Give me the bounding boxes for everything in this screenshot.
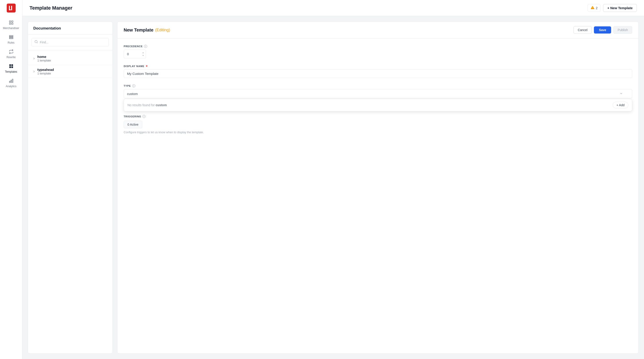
svg-rect-1: [9, 21, 10, 22]
triggering-info-icon[interactable]: i: [142, 115, 146, 118]
main-area: Template Manager 2 + New Template: [22, 0, 644, 359]
sidebar-item-label: Rules: [8, 41, 14, 44]
number-spinners: ▲ ▼: [141, 51, 145, 57]
svg-rect-11: [11, 66, 13, 68]
cancel-button[interactable]: Cancel: [574, 26, 592, 34]
svg-rect-4: [12, 23, 13, 24]
right-panel: New Template (Editing) Cancel Save Publi…: [117, 22, 639, 354]
left-panel-title: Documentation: [33, 26, 61, 30]
warning-icon: [590, 6, 594, 10]
search-icon: [34, 40, 38, 44]
publish-button[interactable]: Publish: [613, 26, 632, 34]
precedence-info-icon[interactable]: i: [144, 45, 147, 48]
search-box[interactable]: [32, 38, 109, 46]
tree-arrow-icon: [32, 70, 36, 73]
precedence-label: PRECEDENCE i: [124, 45, 632, 48]
app-logo[interactable]: [7, 4, 16, 12]
left-panel: Documentation: [28, 22, 113, 354]
sidebar-item-analytics[interactable]: Analytics: [0, 76, 22, 90]
triggering-field-group: Triggering i 0 Active Configure triggers…: [124, 115, 632, 134]
panel-header-actions: Cancel Save Publish: [574, 26, 632, 34]
type-select-wrapper: custom No results found for: [124, 89, 632, 98]
active-count-badge[interactable]: 0 Active: [124, 121, 142, 128]
spinner-down-button[interactable]: ▼: [141, 54, 145, 57]
template-title-text: New Template: [124, 28, 154, 33]
tree-item-typeahead: typeahead 1 template: [28, 65, 112, 78]
svg-rect-14: [12, 79, 13, 83]
display-name-input[interactable]: [124, 69, 632, 78]
trigger-description: Configure triggers to let us know when t…: [124, 130, 632, 134]
spinner-up-button[interactable]: ▲: [141, 51, 145, 54]
warning-badge[interactable]: 2: [588, 4, 600, 12]
search-term: custom: [156, 103, 167, 107]
type-label: TYPE i: [124, 84, 632, 88]
display-name-label: DISPLAY NAME ★: [124, 64, 632, 68]
sidebar-item-rewrite[interactable]: Rewrite: [0, 47, 22, 61]
sidebar: Merchandiser Rules Rewrit: [0, 0, 22, 359]
type-dropdown-panel: No results found for custom + Add: [124, 99, 632, 111]
tree-items: home 1 template: [28, 50, 112, 80]
chart-icon: [9, 78, 14, 84]
header-actions: 2 + New Template: [588, 4, 637, 12]
type-select[interactable]: custom: [124, 89, 632, 98]
tree-item-name: typeahead: [37, 68, 54, 72]
grid-icon: [9, 20, 14, 26]
right-panel-header: New Template (Editing) Cancel Save Publi…: [118, 22, 638, 38]
type-field-group: TYPE i custom: [124, 84, 632, 109]
page-title: Template Manager: [30, 5, 72, 11]
right-panel-title: New Template (Editing): [124, 28, 170, 33]
display-name-field-group: DISPLAY NAME ★: [124, 64, 632, 78]
type-info-icon[interactable]: i: [132, 84, 135, 88]
tree-item-count: 1 template: [37, 72, 54, 75]
svg-line-18: [37, 42, 38, 43]
no-results-text: No results found for custom: [128, 103, 167, 107]
sidebar-item-label: Merchandiser: [3, 26, 19, 30]
svg-rect-13: [11, 80, 12, 82]
precedence-field-group: PRECEDENCE i ▲ ▼: [124, 45, 632, 58]
save-button[interactable]: Save: [594, 26, 611, 34]
search-input[interactable]: [40, 40, 106, 44]
tree-item-count: 1 template: [37, 59, 51, 62]
editing-badge: (Editing): [155, 28, 170, 32]
precedence-input-wrapper: ▲ ▼: [124, 50, 146, 58]
sidebar-item-merchandiser[interactable]: Merchandiser: [0, 18, 22, 32]
list-icon: [9, 35, 14, 40]
svg-rect-8: [9, 64, 11, 66]
sidebar-item-label: Templates: [5, 70, 17, 73]
new-template-button[interactable]: + New Template: [603, 4, 637, 12]
tree-item-home: home 1 template: [28, 52, 112, 65]
warning-count: 2: [596, 6, 598, 10]
svg-point-17: [35, 40, 37, 43]
tree-item-home-header[interactable]: home 1 template: [28, 52, 112, 65]
top-header: Template Manager 2 + New Template: [22, 0, 644, 16]
tree-arrow-icon: [32, 57, 36, 60]
svg-rect-12: [9, 81, 10, 82]
search-container: [28, 34, 112, 50]
required-star: ★: [146, 64, 148, 68]
shuffle-icon: [9, 49, 14, 55]
svg-rect-7: [9, 38, 13, 39]
add-type-button[interactable]: + Add: [613, 102, 628, 108]
content-area: Documentation: [22, 16, 644, 359]
svg-rect-3: [9, 23, 10, 24]
right-panel-body: PRECEDENCE i ▲ ▼: [118, 38, 638, 354]
sidebar-item-rules[interactable]: Rules: [0, 32, 22, 46]
svg-rect-2: [12, 21, 13, 22]
type-selected-value: custom: [127, 92, 138, 96]
svg-rect-5: [9, 36, 13, 36]
sidebar-item-label: Rewrite: [6, 56, 16, 59]
left-panel-header: Documentation: [28, 22, 112, 34]
sidebar-item-templates[interactable]: Templates: [0, 62, 22, 76]
svg-rect-10: [9, 66, 11, 68]
template-icon: [9, 64, 14, 69]
tree-item-typeahead-header[interactable]: typeahead 1 template: [28, 65, 112, 78]
chevron-down-icon: [620, 92, 623, 96]
tree-item-name: home: [37, 55, 51, 58]
triggering-label: Triggering i: [124, 115, 632, 118]
svg-rect-6: [9, 37, 13, 38]
svg-rect-9: [11, 64, 13, 66]
sidebar-item-label: Analytics: [6, 85, 16, 88]
